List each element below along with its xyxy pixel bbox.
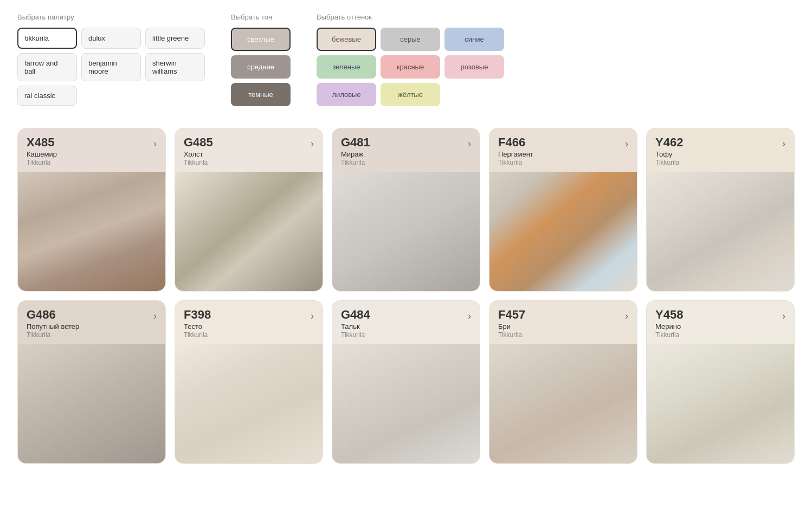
card-room-image (332, 172, 480, 291)
card-room-image (647, 172, 794, 291)
shade-label: Выбрать оттенок (317, 13, 504, 21)
card-room-image (18, 172, 165, 291)
palette-btn-ral-classic[interactable]: ral classic (17, 86, 77, 106)
card-info: G481 Мираж Tikkurila (341, 136, 370, 166)
card-info: F457 Бри Tikkurila (498, 308, 525, 339)
card-info: G485 Холст Tikkurila (184, 136, 213, 166)
card-header: G486 Попутный ветер Tikkurila › (18, 301, 165, 344)
card-info: G486 Попутный ветер Tikkurila (27, 308, 79, 339)
card-arrow-icon: › (311, 310, 314, 322)
cards-section: X485 Кашемир Tikkurila › G485 Холст Tikk… (17, 128, 795, 464)
card-brand: Tikkurila (184, 331, 211, 339)
shade-btn-red[interactable]: красные (381, 55, 440, 79)
tone-grid: светлыесредниетемные (231, 28, 291, 106)
card-arrow-icon: › (468, 138, 471, 150)
card-brand: Tikkurila (27, 331, 79, 339)
card-info: Y462 Тофу Tikkurila (655, 136, 683, 166)
palette-grid: tikkuriladuluxlittle greenefarrow and ba… (17, 28, 205, 106)
card-code: G486 (27, 308, 79, 321)
palette-btn-benjamin-moore[interactable]: benjamin moore (81, 53, 141, 81)
card-info: F466 Пергамент Tikkurila (498, 136, 533, 166)
card-name: Мираж (341, 150, 370, 158)
palette-btn-little-greene[interactable]: little greene (145, 28, 205, 49)
card-header: G484 Тальк Tikkurila › (332, 301, 480, 344)
shade-btn-yellow[interactable]: жёлтые (381, 83, 440, 106)
card-brand: Tikkurila (27, 159, 57, 166)
palette-btn-sherwin-williams[interactable]: sherwin williams (145, 53, 205, 81)
palette-label: Выбрать палитру (17, 13, 205, 21)
card-code: G484 (341, 308, 370, 321)
card-room-image (332, 344, 480, 463)
card-header: F466 Пергамент Tikkurila › (489, 128, 637, 172)
card-name: Тесто (184, 322, 211, 331)
card-brand: Tikkurila (655, 331, 683, 339)
shade-filter-group: Выбрать оттенок бежевыесерыесиниезеленые… (317, 13, 504, 106)
color-card-g486[interactable]: G486 Попутный ветер Tikkurila › (17, 300, 166, 464)
card-arrow-icon: › (625, 138, 628, 150)
card-brand: Tikkurila (498, 159, 533, 166)
card-brand: Tikkurila (341, 159, 370, 166)
shade-btn-green[interactable]: зеленые (317, 55, 376, 79)
palette-btn-farrow-and-ball[interactable]: farrow and ball (17, 53, 77, 81)
card-info: F398 Тесто Tikkurila (184, 308, 211, 339)
card-header: X485 Кашемир Tikkurila › (18, 128, 165, 172)
card-arrow-icon: › (625, 310, 628, 322)
card-brand: Tikkurila (498, 331, 525, 339)
card-info: Y458 Мерино Tikkurila (655, 308, 683, 339)
card-name: Попутный ветер (27, 322, 79, 331)
card-room-image (175, 344, 323, 463)
card-arrow-icon: › (153, 138, 157, 150)
card-name: Бри (498, 322, 525, 331)
tone-btn-dark[interactable]: темные (231, 83, 291, 106)
color-card-g485[interactable]: G485 Холст Tikkurila › (175, 128, 323, 292)
palette-btn-tikkurila[interactable]: tikkurila (17, 28, 77, 49)
card-header: Y462 Тофу Tikkurila › (647, 128, 794, 172)
card-name: Холст (184, 150, 213, 158)
cards-grid: X485 Кашемир Tikkurila › G485 Холст Tikk… (17, 128, 795, 464)
card-room-image (18, 344, 165, 463)
card-brand: Tikkurila (184, 159, 213, 166)
tone-btn-medium[interactable]: средние (231, 55, 291, 79)
color-card-x485[interactable]: X485 Кашемир Tikkurila › (17, 128, 166, 292)
card-code: X485 (27, 136, 57, 149)
palette-btn-dulux[interactable]: dulux (81, 28, 141, 49)
card-code: G481 (341, 136, 370, 149)
filters-section: Выбрать палитру tikkuriladuluxlittle gre… (17, 13, 795, 106)
card-header: G485 Холст Tikkurila › (175, 128, 323, 172)
card-code: F466 (498, 136, 533, 149)
color-card-f466[interactable]: F466 Пергамент Tikkurila › (489, 128, 637, 292)
color-card-f398[interactable]: F398 Тесто Tikkurila › (175, 300, 323, 464)
card-header: F398 Тесто Tikkurila › (175, 301, 323, 344)
card-arrow-icon: › (311, 138, 314, 150)
card-arrow-icon: › (468, 310, 471, 322)
card-name: Тальк (341, 322, 370, 331)
card-code: Y462 (655, 136, 683, 149)
color-card-f457[interactable]: F457 Бри Tikkurila › (489, 300, 637, 464)
card-arrow-icon: › (153, 310, 157, 322)
color-card-g481[interactable]: G481 Мираж Tikkurila › (332, 128, 480, 292)
card-code: F457 (498, 308, 525, 321)
color-card-g484[interactable]: G484 Тальк Tikkurila › (332, 300, 480, 464)
shade-btn-blue[interactable]: синие (444, 28, 504, 51)
card-code: F398 (184, 308, 211, 321)
card-room-image (489, 172, 637, 291)
shade-btn-beige[interactable]: бежевые (317, 28, 376, 51)
card-room-image (647, 344, 794, 463)
shade-btn-gray[interactable]: серые (381, 28, 440, 51)
color-card-y462[interactable]: Y462 Тофу Tikkurila › (646, 128, 795, 292)
card-name: Кашемир (27, 150, 57, 158)
shade-btn-pink[interactable]: розовые (444, 55, 504, 79)
tone-label: Выбрать тон (231, 13, 291, 21)
card-info: G484 Тальк Tikkurila (341, 308, 370, 339)
card-brand: Tikkurila (341, 331, 370, 339)
card-code: G485 (184, 136, 213, 149)
card-room-image (489, 344, 637, 463)
card-arrow-icon: › (782, 310, 785, 322)
card-name: Тофу (655, 150, 683, 158)
shade-btn-lilac[interactable]: лиловые (317, 83, 376, 106)
card-code: Y458 (655, 308, 683, 321)
tone-btn-light[interactable]: светлые (231, 28, 291, 51)
card-room-image (175, 172, 323, 291)
color-card-y458[interactable]: Y458 Мерино Tikkurila › (646, 300, 795, 464)
card-name: Мерино (655, 322, 683, 331)
